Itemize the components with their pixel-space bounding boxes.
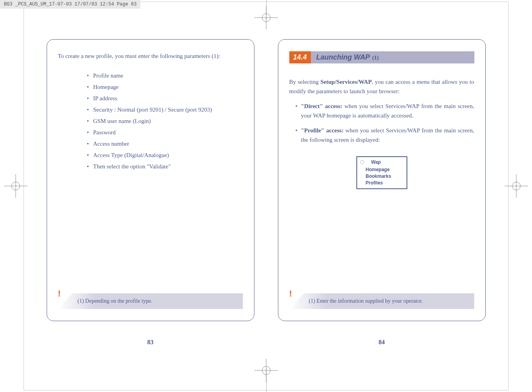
phone-screen-title: Wap: [371, 159, 381, 165]
phone-menu-item: Homepage: [366, 166, 403, 173]
section-title-bar: Launching WAP (1): [311, 51, 474, 63]
page-spread: To create a new profile, you must enter …: [0, 0, 532, 321]
list-item: IP address: [93, 95, 243, 102]
profile-param-list: Profile name Homepage IP address Securit…: [58, 72, 243, 170]
body-paragraph: By selecting Setup/Services/WAP, you can…: [289, 77, 474, 96]
footnote-right: ! (1) Enter the information supplied by …: [289, 293, 474, 313]
page-number-right: 84: [278, 339, 486, 346]
text-run-bold: Setup/Services/WAP: [320, 79, 372, 85]
phone-menu-item: Profiles: [366, 180, 403, 186]
list-item: Security : Normal (port 9201) / Secure (…: [93, 107, 243, 113]
globe-icon: [360, 160, 364, 164]
registration-mark-right: [508, 178, 524, 194]
page-number-left: 83: [47, 339, 254, 346]
list-item: Access Type (Digital/Analogue): [93, 152, 243, 159]
list-item: Password: [93, 129, 243, 136]
footnote-left: ! (1) Depending on the profile type.: [58, 293, 243, 313]
registration-mark-bottom: [258, 363, 274, 378]
section-title: Launching WAP: [316, 53, 370, 61]
intro-text: To create a new profile, you must enter …: [58, 51, 243, 61]
section-footnote-ref: (1): [372, 55, 379, 61]
list-item: Homepage: [93, 84, 243, 90]
registration-mark-top: [258, 10, 274, 25]
footnote-text: (1) Depending on the profile type.: [78, 298, 153, 304]
section-header: 14.4 Launching WAP (1): [289, 51, 474, 63]
text-run-bold: "Profile" access:: [301, 127, 344, 134]
page-left: To create a new profile, you must enter …: [47, 39, 254, 321]
access-bullet-profile: "Profile" access: when you select Servic…: [289, 126, 474, 145]
footnote-text: (1) Enter the information supplied by yo…: [309, 298, 423, 304]
section-number: 14.4: [289, 51, 311, 63]
list-item: Access number: [93, 141, 243, 147]
file-header: BG3 _PCS_AUS_UM_17-07-03 17/07/03 12:54 …: [0, 0, 140, 9]
page-right: 14.4 Launching WAP (1) By selecting Setu…: [278, 39, 486, 321]
phone-menu-item: Bookmarks: [366, 173, 403, 180]
list-item: GSM user name (Login): [93, 118, 243, 125]
text-run: By selecting: [289, 79, 321, 85]
page-frame-left: To create a new profile, you must enter …: [47, 39, 254, 321]
footnote-icon: !: [58, 289, 61, 299]
phone-screen: Wap Homepage Bookmarks Profiles: [356, 156, 407, 189]
registration-mark-left: [8, 178, 24, 194]
footnote-icon: !: [289, 289, 292, 299]
page-frame-right: 14.4 Launching WAP (1) By selecting Setu…: [278, 39, 486, 321]
access-bullet-direct: "Direct" access: when you select Service…: [289, 101, 474, 120]
text-run-bold: "Direct" access:: [301, 103, 343, 109]
list-item: Profile name: [93, 72, 243, 79]
list-item: Then select the option "Validate": [93, 163, 243, 170]
